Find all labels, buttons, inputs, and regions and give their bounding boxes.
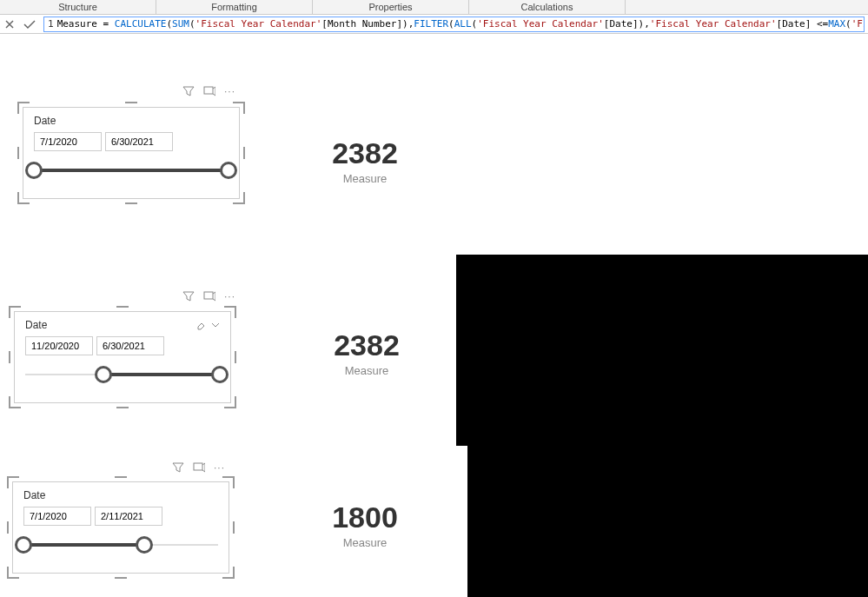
focus-mode-icon[interactable] [203,290,215,302]
selection-handle[interactable] [235,351,236,363]
svg-rect-0 [204,87,213,94]
slicer-start-date[interactable] [34,132,102,151]
date-slicer-3[interactable]: Date [7,476,235,579]
slider-active-range [103,373,220,376]
selection-handle[interactable] [115,476,127,478]
date-range-slider[interactable] [25,366,220,383]
date-range-slider[interactable] [34,162,229,179]
card-value: 2382 [306,328,427,362]
filter-icon[interactable] [182,290,195,302]
selection-handle[interactable] [233,521,235,534]
eraser-icon[interactable] [195,320,206,330]
ribbon-tabs: Structure Formatting Properties Calculat… [0,0,868,15]
ribbon-tab-properties[interactable]: Properties [313,0,469,14]
ribbon-tab-structure[interactable]: Structure [0,0,156,14]
slicer-body: Date [14,311,231,403]
date-slicer-1[interactable]: Date [17,102,245,204]
formula-bar: 1 Measure = CALCULATE( SUM( 'Fiscal Year… [0,15,868,34]
selection-handle[interactable] [115,577,127,579]
svg-rect-1 [204,292,213,299]
slicer-end-date[interactable] [96,336,164,355]
formula-max: MAX [828,18,845,30]
redacted-region [467,446,868,597]
card-label: Measure [304,172,426,185]
formula-table2: 'Fiscal Year Calendar' [477,18,604,30]
card-value: 2382 [304,136,426,170]
date-slicer-2[interactable]: Date [9,306,236,408]
slicer-body: Date [23,107,240,199]
visual-toolbar: ··· [172,461,225,474]
card-label: Measure [306,364,427,377]
formula-measure-name: Measure [57,18,97,30]
selection-handle[interactable] [125,102,137,103]
cancel-formula-icon[interactable] [3,18,16,30]
slicer-start-date[interactable] [25,336,93,355]
measure-card-3[interactable]: 1800 Measure [304,501,426,549]
formula-line-number: 1 [48,18,54,30]
slider-thumb-right[interactable] [136,536,153,554]
slider-thumb-left[interactable] [95,366,112,383]
more-options-icon[interactable]: ··· [224,85,235,97]
slicer-field-label: Date [34,115,56,127]
redacted-region [456,255,868,446]
slicer-start-date[interactable] [23,507,91,526]
formula-all: ALL [454,18,472,30]
slicer-end-date[interactable] [105,132,173,151]
selection-handle[interactable] [116,306,129,308]
svg-rect-2 [194,463,202,470]
selection-handle[interactable] [243,147,245,159]
filter-icon[interactable] [172,461,184,474]
commit-formula-icon[interactable] [23,18,36,30]
ribbon-tab-formatting[interactable]: Formatting [156,0,313,14]
formula-table4: 'Fiscal Year Calendar' [851,18,865,30]
selection-handle[interactable] [17,147,19,159]
selection-handle[interactable] [7,521,9,534]
formula-table1: 'Fiscal Year Calendar' [195,18,322,30]
measure-card-2[interactable]: 2382 Measure [306,328,427,377]
slider-thumb-right[interactable] [220,162,237,179]
focus-mode-icon[interactable] [193,461,205,474]
more-options-icon[interactable]: ··· [224,290,235,302]
slider-active-range [23,543,144,547]
more-options-icon[interactable]: ··· [214,461,225,474]
slider-thumb-right[interactable] [211,366,229,383]
card-label: Measure [304,536,426,549]
selection-handle[interactable] [9,351,10,363]
formula-equals: = [103,18,109,30]
visual-toolbar: ··· [182,290,235,302]
formula-table3: 'Fiscal Year Calendar' [650,18,777,30]
measure-card-1[interactable]: 2382 Measure [304,136,426,185]
formula-input[interactable]: 1 Measure = CALCULATE( SUM( 'Fiscal Year… [43,17,865,32]
formula-filter: FILTER [414,18,448,30]
formula-calculate: CALCULATE [115,18,167,30]
slider-thumb-left[interactable] [15,536,32,554]
slider-thumb-left[interactable] [25,162,43,179]
selection-handle[interactable] [116,407,129,408]
focus-mode-icon[interactable] [203,85,215,97]
slicer-field-label: Date [23,489,45,501]
selection-handle[interactable] [125,202,137,204]
slicer-field-label: Date [25,319,47,331]
slicer-body: Date [12,481,229,574]
slicer-end-date[interactable] [95,507,162,526]
formula-sum: SUM [172,18,189,30]
filter-icon[interactable] [182,85,195,97]
visual-toolbar: ··· [182,85,235,97]
ribbon-tab-calculations[interactable]: Calculations [469,0,626,14]
chevron-down-icon[interactable] [211,320,220,330]
date-range-slider[interactable] [23,536,218,554]
report-canvas: ··· Date 2382 Meas [0,34,868,597]
card-value: 1800 [304,501,426,534]
slider-active-range [34,169,229,172]
